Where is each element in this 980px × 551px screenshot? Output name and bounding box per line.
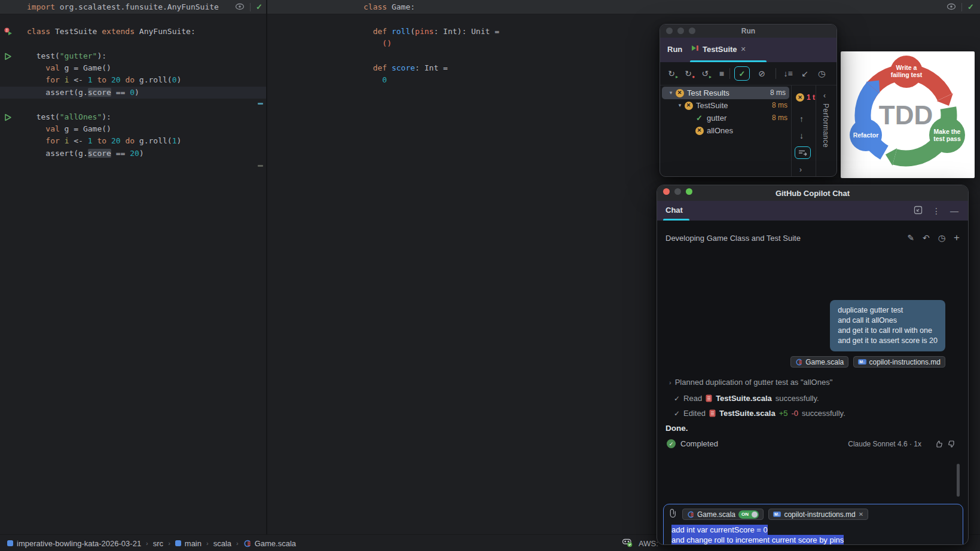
dock-window-icon[interactable] <box>914 206 923 216</box>
failed-tests-badge-icon: ✕ <box>796 93 804 102</box>
code-token <box>27 75 45 84</box>
sort-by-duration-icon[interactable]: ↓≡ <box>781 67 795 80</box>
minimize-window-button[interactable] <box>677 27 684 34</box>
code-line[interactable]: class Game: <box>267 1 980 13</box>
code-line[interactable]: for i <- 1 to 20 do g.roll(1) <box>0 135 266 147</box>
rerun-failed-tests-icon[interactable]: ↻● <box>682 67 695 80</box>
zoom-window-button[interactable] <box>689 27 695 34</box>
more-options-kebab-icon[interactable]: ⋮ <box>932 206 941 216</box>
tab-close-icon[interactable]: ✕ <box>741 45 746 53</box>
hide-window-icon[interactable]: — <box>950 206 958 216</box>
inspections-eye-icon[interactable] <box>235 2 245 13</box>
show-ignored-icon[interactable]: ⊘ <box>755 67 768 80</box>
completed-check-icon: ✓ <box>667 439 676 448</box>
close-window-button[interactable] <box>663 188 670 195</box>
code-line[interactable]: val g = Game() <box>0 123 266 135</box>
context-toggle-on[interactable]: ON <box>738 510 759 519</box>
run-test-gutter-icon[interactable] <box>4 52 13 60</box>
analysis-stripe-mark[interactable] <box>258 165 263 167</box>
remove-chip-icon[interactable]: ✕ <box>859 511 863 518</box>
next-failed-test-icon[interactable]: ↓ <box>799 131 804 140</box>
import-test-results-icon[interactable]: ↙ <box>798 67 811 80</box>
aws-status-label[interactable]: AWS: <box>639 539 658 548</box>
rerun-tests-icon[interactable]: ↻▸ <box>665 67 678 80</box>
chat-window-titlebar[interactable]: GitHub Copilot Chat <box>657 185 968 201</box>
code-line[interactable]: test("allOnes"): <box>0 111 266 123</box>
analysis-stripe-mark[interactable] <box>258 103 263 105</box>
code-line[interactable]: import org.scalatest.funsuite.AnyFunSuit… <box>0 1 266 13</box>
step-edited: ✓ Edited TestSuite.scala +5 -0 successfu… <box>674 409 845 418</box>
tab-testsuite[interactable]: TestSuite ✕ <box>691 44 746 54</box>
breadcrumb-game-scala[interactable]: Game.scala <box>243 539 296 548</box>
toolwindow-label: Run <box>667 45 682 54</box>
no-problems-check-icon: ✓ <box>256 3 262 11</box>
code-line[interactable]: assert(g.score == 0) <box>0 87 266 99</box>
code-token: 20 <box>111 75 121 84</box>
previous-failed-test-icon[interactable]: ↑ <box>799 114 804 124</box>
code-line[interactable]: val g = Game() <box>0 62 266 74</box>
tab-chat[interactable]: Chat <box>665 206 683 215</box>
code-line[interactable]: class TestSuite extends AnyFunSuite: <box>0 26 266 38</box>
expand-strip-chevron-icon[interactable]: › <box>799 166 802 174</box>
code-line[interactable]: for i <- 1 to 20 do g.roll(0) <box>0 74 266 86</box>
code-token: Game: <box>387 2 415 11</box>
history-icon[interactable]: ◷ <box>938 233 945 243</box>
code-line[interactable] <box>0 13 266 25</box>
minimize-window-button[interactable] <box>674 188 681 195</box>
context-chip-copilot-instructions[interactable]: M↓ copilot-instructions.md ✕ <box>768 509 868 520</box>
chat-input-text[interactable]: add int var currentScore = 0 and change … <box>671 525 844 545</box>
run-test-gutter-icon[interactable] <box>4 113 13 121</box>
copilot-status-icon[interactable] <box>622 537 633 550</box>
breadcrumb-main[interactable]: main <box>175 539 202 548</box>
chat-input-box[interactable]: Game.scala ON M↓ copilot-instructions.md… <box>663 504 963 545</box>
thumbs-down-icon[interactable] <box>948 440 956 448</box>
chat-scrollbar-thumb[interactable] <box>957 464 960 497</box>
context-chip-game-scala[interactable]: Game.scala ON <box>682 509 764 520</box>
breadcrumb-src[interactable]: src <box>153 539 163 548</box>
undo-icon[interactable]: ↶ <box>923 233 930 243</box>
code-line[interactable] <box>0 99 266 111</box>
attachment-chip-copilot-instructions[interactable]: M↓ copilot-instructions.md <box>853 356 945 368</box>
thumbs-up-icon[interactable] <box>935 440 943 448</box>
code-line[interactable] <box>267 13 980 25</box>
close-window-button[interactable] <box>666 27 673 34</box>
code-line[interactable]: test("gutter"): <box>0 50 266 62</box>
toggle-auto-test-icon[interactable]: ↺▸ <box>698 67 712 80</box>
overlay-mark: ▸ <box>709 74 712 79</box>
tree-expander-icon[interactable]: ▾ <box>676 99 684 112</box>
zoom-window-button[interactable] <box>686 188 692 195</box>
collapse-chevron-icon[interactable]: ‹ <box>823 91 826 100</box>
test-tree-row[interactable]: ▾✕TestSuite8 ms <box>660 99 791 112</box>
code-token: for <box>45 136 59 145</box>
new-chat-icon[interactable]: + <box>954 233 960 243</box>
tree-expander-icon[interactable]: ▾ <box>667 87 675 99</box>
attach-paperclip-icon[interactable] <box>670 509 677 520</box>
tab-performance[interactable]: Performance <box>822 103 830 148</box>
breadcrumb-separator: › <box>146 540 148 547</box>
code-token: 1 <box>172 136 177 145</box>
run-window-titlebar[interactable]: Run <box>660 25 836 38</box>
stop-icon[interactable]: ■ <box>715 67 728 80</box>
code-line[interactable]: def roll(pins: Int): Unit = <box>267 26 980 38</box>
test-tree-row[interactable]: ▾✕Test Results8 ms <box>662 87 789 99</box>
editor-pane-testsuite[interactable]: ✓ import org.scalatest.funsuite.AnyFunSu… <box>0 0 266 534</box>
code-line[interactable]: assert(g.score == 20) <box>0 148 266 160</box>
edit-thread-icon[interactable]: ✎ <box>907 233 914 243</box>
show-passed-icon[interactable]: ✓ <box>734 66 750 81</box>
code-line[interactable]: () <box>267 38 980 50</box>
test-tree-row[interactable]: ✕allOnes <box>660 124 791 137</box>
breadcrumb-scala[interactable]: scala <box>213 539 231 548</box>
track-test-filter-icon[interactable] <box>795 146 811 159</box>
test-history-icon[interactable]: ◷ <box>815 67 828 80</box>
run-class-gutter-icon[interactable]: ! <box>4 27 13 36</box>
code-token: <- <box>69 75 87 84</box>
code-line[interactable] <box>0 38 266 50</box>
code-token: 1 <box>88 136 93 145</box>
svg-text:test pass: test pass <box>933 135 961 142</box>
attachment-chip-game-scala[interactable]: Game.scala <box>790 356 848 368</box>
breadcrumb-project[interactable]: imperative-bowling-kata-2026-03-21 <box>7 539 141 548</box>
step-planned[interactable]: › Planned duplication of gutter test as … <box>669 378 832 387</box>
test-tree-row[interactable]: ✓gutter8 ms <box>660 112 791 124</box>
inspections-eye-icon[interactable] <box>947 2 956 13</box>
expand-chevron-icon[interactable]: › <box>669 379 671 386</box>
